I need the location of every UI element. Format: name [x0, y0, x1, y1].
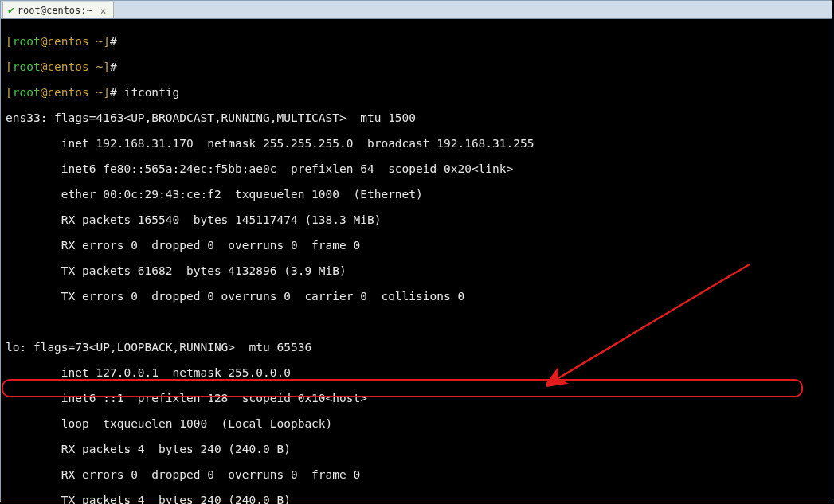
- output-line: inet 192.168.31.170 netmask 255.255.255.…: [6, 137, 827, 150]
- terminal-window: ✔ root@centos:~ × [root@centos ~]# [root…: [0, 0, 832, 502]
- output-line: TX packets 61682 bytes 4132896 (3.9 MiB): [6, 264, 827, 277]
- tab-bar: ✔ root@centos:~ ×: [1, 1, 832, 19]
- output-line: RX errors 0 dropped 0 overruns 0 frame 0: [6, 468, 827, 481]
- prompt-line: [root@centos ~]#: [6, 61, 827, 73]
- output-line: inet 127.0.0.1 netmask 255.0.0.0: [6, 366, 827, 379]
- output-line: inet6 ::1 prefixlen 128 scopeid 0x10<hos…: [6, 392, 827, 404]
- prompt-line: [root@centos ~]#: [6, 35, 827, 48]
- check-icon: ✔: [8, 4, 14, 17]
- output-line: ens33: flags=4163<UP,BROADCAST,RUNNING,M…: [6, 111, 827, 124]
- output-line: TX packets 4 bytes 240 (240.0 B): [6, 494, 827, 504]
- output-line: RX packets 4 bytes 240 (240.0 B): [6, 443, 827, 455]
- output-line: loop txqueuelen 1000 (Local Loopback): [6, 417, 827, 430]
- blank-line: [6, 315, 827, 328]
- output-line: ether 00:0c:29:43:ce:f2 txqueuelen 1000 …: [6, 188, 827, 201]
- terminal-body[interactable]: [root@centos ~]# [root@centos ~]# [root@…: [1, 19, 832, 504]
- close-icon[interactable]: ×: [100, 6, 107, 16]
- output-line: RX packets 165540 bytes 145117474 (138.3…: [6, 213, 827, 226]
- output-line: TX errors 0 dropped 0 overruns 0 carrier…: [6, 290, 827, 303]
- output-line: RX errors 0 dropped 0 overruns 0 frame 0: [6, 239, 827, 252]
- command-line: [root@centos ~]# ifconfig: [6, 86, 827, 99]
- output-line: inet6 fe80::565a:24ec:f5bb:ae0c prefixle…: [6, 162, 827, 175]
- output-line: lo: flags=73<UP,LOOPBACK,RUNNING> mtu 65…: [6, 341, 827, 354]
- tab-title: root@centos:~: [18, 4, 92, 17]
- terminal-tab[interactable]: ✔ root@centos:~ ×: [2, 2, 114, 18]
